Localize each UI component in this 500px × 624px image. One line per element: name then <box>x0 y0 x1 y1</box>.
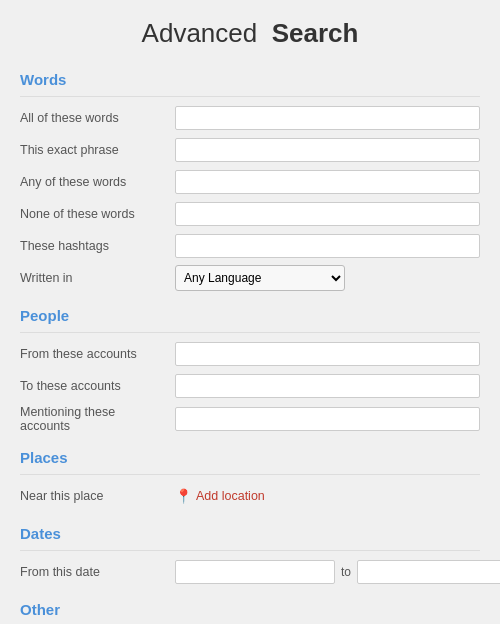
other-section: Other Select: Positive :) Negative :( Qu… <box>20 595 480 624</box>
from-accounts-label: From these accounts <box>20 347 175 361</box>
all-words-label: All of these words <box>20 111 175 125</box>
all-words-input[interactable] <box>175 106 480 130</box>
people-section: People From these accounts To these acco… <box>20 301 480 433</box>
none-words-label: None of these words <box>20 207 175 221</box>
from-accounts-row: From these accounts <box>20 341 480 367</box>
dates-section-title: Dates <box>20 519 480 542</box>
exact-phrase-label: This exact phrase <box>20 143 175 157</box>
places-section: Places Near this place 📍 Add location <box>20 443 480 509</box>
mentioning-accounts-row: Mentioning these accounts <box>20 405 480 433</box>
language-row: Written in Any Language English Spanish … <box>20 265 480 291</box>
language-label: Written in <box>20 271 175 285</box>
dates-section: Dates From this date to <box>20 519 480 585</box>
any-words-input[interactable] <box>175 170 480 194</box>
from-date-input[interactable] <box>175 560 335 584</box>
hashtags-label: These hashtags <box>20 239 175 253</box>
from-date-row: From this date to <box>20 559 480 585</box>
to-label: to <box>341 565 351 579</box>
mentioning-accounts-input[interactable] <box>175 407 480 431</box>
from-accounts-input[interactable] <box>175 342 480 366</box>
other-section-title: Other <box>20 595 480 618</box>
language-select[interactable]: Any Language English Spanish French Germ… <box>175 265 345 291</box>
to-accounts-row: To these accounts <box>20 373 480 399</box>
all-words-row: All of these words <box>20 105 480 131</box>
to-date-input[interactable] <box>357 560 500 584</box>
page-title: Advanced Search <box>20 0 480 65</box>
add-location-button[interactable]: 📍 Add location <box>175 488 265 504</box>
near-place-row: Near this place 📍 Add location <box>20 483 480 509</box>
words-section: Words All of these words This exact phra… <box>20 65 480 291</box>
exact-phrase-input[interactable] <box>175 138 480 162</box>
words-section-title: Words <box>20 65 480 88</box>
page-container: Advanced Search Words All of these words… <box>0 0 500 624</box>
near-place-label: Near this place <box>20 489 175 503</box>
any-words-label: Any of these words <box>20 175 175 189</box>
add-location-text: Add location <box>196 489 265 503</box>
places-section-title: Places <box>20 443 480 466</box>
from-date-label: From this date <box>20 565 175 579</box>
hashtags-row: These hashtags <box>20 233 480 259</box>
date-range: to <box>175 560 500 584</box>
hashtags-input[interactable] <box>175 234 480 258</box>
to-accounts-input[interactable] <box>175 374 480 398</box>
people-section-title: People <box>20 301 480 324</box>
exact-phrase-row: This exact phrase <box>20 137 480 163</box>
location-pin-icon: 📍 <box>175 488 192 504</box>
none-words-row: None of these words <box>20 201 480 227</box>
mentioning-accounts-label: Mentioning these accounts <box>20 405 175 433</box>
to-accounts-label: To these accounts <box>20 379 175 393</box>
none-words-input[interactable] <box>175 202 480 226</box>
any-words-row: Any of these words <box>20 169 480 195</box>
